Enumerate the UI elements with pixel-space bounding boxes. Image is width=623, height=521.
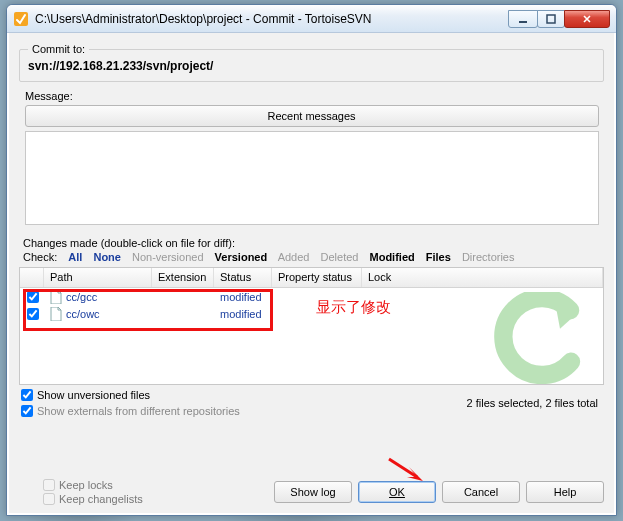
show-unversioned-checkbox[interactable] xyxy=(21,389,33,401)
show-log-button[interactable]: Show log xyxy=(274,481,352,503)
file-icon xyxy=(50,290,62,304)
minimize-button[interactable] xyxy=(508,10,538,28)
window-title: C:\Users\Administrator\Desktop\project -… xyxy=(35,12,509,26)
client-area: Commit to: svn://192.168.21.233/svn/proj… xyxy=(9,33,614,513)
keep-locks-label: Keep locks xyxy=(59,479,113,491)
filter-nonversioned[interactable]: Non-versioned xyxy=(132,251,204,263)
filter-versioned[interactable]: Versioned xyxy=(215,251,268,263)
window: C:\Users\Administrator\Desktop\project -… xyxy=(6,4,617,516)
col-path[interactable]: Path xyxy=(44,268,152,287)
cancel-button[interactable]: Cancel xyxy=(442,481,520,503)
filter-files[interactable]: Files xyxy=(426,251,451,263)
commit-to-group: Commit to: svn://192.168.21.233/svn/proj… xyxy=(19,43,604,82)
button-bar: Keep locks Keep changelists Show log OK … xyxy=(9,477,614,507)
grid-body: cc/gcc modified cc/owc modified xyxy=(20,288,603,384)
filter-all[interactable]: All xyxy=(68,251,82,263)
commit-to-label: Commit to: xyxy=(28,43,89,55)
file-path: cc/owc xyxy=(66,308,100,320)
maximize-button[interactable] xyxy=(537,10,565,28)
changes-label: Changes made (double-click on file for d… xyxy=(23,237,604,249)
show-externals-checkbox[interactable] xyxy=(21,405,33,417)
ok-button[interactable]: OK xyxy=(358,481,436,503)
help-button[interactable]: Help xyxy=(526,481,604,503)
filter-added[interactable]: Added xyxy=(278,251,310,263)
grid-header: Path Extension Status Property status Lo… xyxy=(20,268,603,288)
recent-messages-button[interactable]: Recent messages xyxy=(25,105,599,127)
message-label: Message: xyxy=(25,90,604,102)
show-unversioned-row[interactable]: Show unversioned files xyxy=(21,387,467,403)
status-line: Show unversioned files Show externals fr… xyxy=(19,385,604,419)
filter-row: Check: All None Non-versioned Versioned … xyxy=(23,251,604,263)
selection-status: 2 files selected, 2 files total xyxy=(467,397,598,409)
keep-locks-checkbox[interactable] xyxy=(43,479,55,491)
filter-deleted[interactable]: Deleted xyxy=(321,251,359,263)
table-row[interactable]: cc/gcc modified xyxy=(20,288,603,305)
keep-changelists-checkbox[interactable] xyxy=(43,493,55,505)
titlebar: C:\Users\Administrator\Desktop\project -… xyxy=(7,5,616,33)
svg-rect-1 xyxy=(519,21,527,23)
svg-rect-0 xyxy=(14,12,28,26)
file-status: modified xyxy=(214,291,272,303)
locks-group: Keep locks Keep changelists xyxy=(43,478,143,506)
col-property-status[interactable]: Property status xyxy=(272,268,362,287)
col-check[interactable] xyxy=(20,268,44,287)
filter-modified[interactable]: Modified xyxy=(370,251,415,263)
keep-changelists-label: Keep changelists xyxy=(59,493,143,505)
show-externals-row[interactable]: Show externals from different repositori… xyxy=(21,403,467,419)
filter-none[interactable]: None xyxy=(93,251,121,263)
svg-rect-2 xyxy=(547,15,555,23)
file-icon xyxy=(50,307,62,321)
file-status: modified xyxy=(214,308,272,320)
app-icon xyxy=(13,11,29,27)
message-textarea[interactable] xyxy=(25,131,599,225)
show-unversioned-label: Show unversioned files xyxy=(37,389,150,401)
ok-label: OK xyxy=(389,486,405,498)
row-checkbox[interactable] xyxy=(27,291,39,303)
row-checkbox[interactable] xyxy=(27,308,39,320)
window-buttons xyxy=(509,10,610,28)
close-button[interactable] xyxy=(564,10,610,28)
col-status[interactable]: Status xyxy=(214,268,272,287)
file-path: cc/gcc xyxy=(66,291,97,303)
check-prefix: Check: xyxy=(23,251,57,263)
commit-url: svn://192.168.21.233/svn/project/ xyxy=(28,59,595,73)
col-lock[interactable]: Lock xyxy=(362,268,603,287)
table-row[interactable]: cc/owc modified xyxy=(20,305,603,322)
show-externals-label: Show externals from different repositori… xyxy=(37,405,240,417)
file-grid: Path Extension Status Property status Lo… xyxy=(19,267,604,385)
filter-directories[interactable]: Directories xyxy=(462,251,515,263)
col-extension[interactable]: Extension xyxy=(152,268,214,287)
